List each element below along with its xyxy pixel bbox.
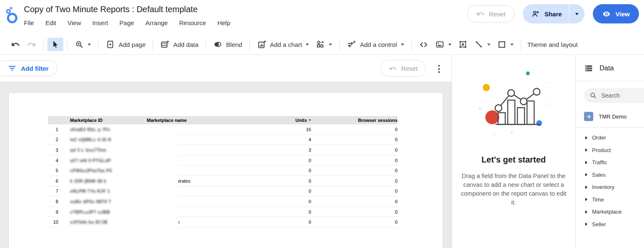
add-filter-button[interactable]: Add filter [0, 60, 57, 76]
marketplace-table[interactable]: Marketplace ID Marketplace name Units Br… [48, 116, 397, 227]
add-page-label: Add page [119, 41, 145, 48]
chevron-right-icon [585, 148, 587, 152]
menu-view[interactable]: View [68, 19, 81, 26]
chevron-down-icon [88, 44, 91, 46]
field-category-label: Product [592, 147, 611, 153]
menu-arrange[interactable]: Arrange [145, 19, 168, 26]
redo-button[interactable] [23, 38, 39, 51]
zoom-tool-button[interactable] [71, 38, 94, 51]
canvas-reset-button[interactable]: Reset [381, 60, 426, 77]
marketplace-id-cell: qd 3 L bxu7Tkm [63, 147, 147, 152]
field-category-inventory[interactable]: Inventory [576, 181, 644, 194]
chevron-down-icon [510, 44, 514, 46]
field-category-order[interactable]: Order [576, 132, 644, 144]
sessions-cell: 0 [311, 158, 397, 163]
insert-image-button[interactable] [432, 38, 455, 51]
eye-icon [602, 10, 611, 18]
menu-help[interactable]: Help [217, 19, 230, 26]
toolbar-divider [521, 39, 521, 50]
add-page-button[interactable]: Add page [102, 38, 149, 51]
theme-and-layout-button[interactable]: Theme and layout [527, 41, 578, 48]
share-button-label: Share [544, 10, 562, 18]
menu-page[interactable]: Page [119, 19, 134, 26]
data-source-name: TMR Demo [599, 114, 626, 120]
blend-button[interactable]: Blend [210, 38, 245, 51]
toolbar-divider [249, 39, 250, 50]
insert-line-button[interactable] [471, 38, 494, 51]
report-title[interactable]: Copy of Two Minute Reports : Default tem… [24, 5, 197, 14]
insert-shape-button[interactable] [494, 38, 517, 51]
masked-id: m2 vQ8BLc 4 tS N [70, 137, 111, 142]
reset-button-label: Reset [489, 10, 505, 18]
toolbar-divider [67, 39, 68, 50]
field-category-sales[interactable]: Sales [576, 169, 644, 181]
undo-icon [476, 10, 485, 18]
share-button[interactable]: Share [523, 4, 569, 23]
col-header-marketplace-id[interactable]: Marketplace ID [63, 118, 147, 123]
units-cell: 0 [231, 178, 311, 183]
toolbar-divider [205, 39, 206, 50]
add-chart-button[interactable]: Add a chart [254, 38, 313, 51]
field-category-marketplace[interactable]: Marketplace [576, 206, 644, 218]
units-cell: 0 [231, 189, 311, 194]
col-header-marketplace-name[interactable]: Marketplace name [147, 118, 231, 123]
looker-studio-logo-icon[interactable] [4, 6, 20, 26]
select-tool-button[interactable] [47, 38, 63, 51]
community-visualizations-button[interactable] [312, 38, 335, 51]
add-control-button[interactable]: Add a control [343, 38, 407, 51]
chevron-right-icon [585, 210, 587, 214]
col-header-units[interactable]: Units [231, 118, 311, 123]
units-header-label: Units [296, 118, 307, 123]
data-source-icon [584, 112, 593, 121]
chevron-right-icon [585, 198, 587, 201]
add-data-button[interactable]: Add data [157, 38, 202, 51]
menu-bar: File Edit View Insert Page Arrange Resou… [24, 19, 230, 26]
data-search-box[interactable] [584, 88, 644, 103]
add-filter-label: Add filter [21, 65, 49, 72]
filter-icon [8, 64, 16, 72]
menu-file[interactable]: File [24, 19, 34, 26]
toolbar-divider [43, 39, 44, 50]
chevron-down-icon [401, 44, 404, 46]
field-category-label: Marketplace [592, 209, 622, 215]
share-dropdown-button[interactable] [569, 4, 584, 23]
masked-id: k 33R jB6M 38 k [70, 178, 106, 183]
menu-edit[interactable]: Edit [45, 19, 56, 26]
sessions-cell: 0 [311, 220, 397, 225]
reset-button[interactable]: Reset [467, 5, 514, 23]
field-category-product[interactable]: Product [576, 144, 644, 157]
marketplace-id-cell: s1P3db bu B7JB [63, 220, 147, 225]
add-data-label: Add data [173, 41, 198, 48]
masked-id: sNLPM 7Ya RJF 1 [70, 189, 110, 194]
insert-text-button[interactable] [455, 38, 471, 51]
data-panel: Data TMR Demo Order [575, 55, 644, 248]
share-split-button: Share [523, 4, 584, 23]
view-button-label: View [615, 10, 630, 18]
chevron-down-icon [448, 44, 452, 46]
units-cell: 16 [231, 127, 311, 132]
sessions-cell: 0 [311, 209, 397, 214]
field-category-time[interactable]: Time [576, 194, 644, 206]
more-options-button[interactable] [437, 64, 441, 74]
field-category-seller[interactable]: Seller [576, 218, 644, 231]
menu-resource[interactable]: Resource [179, 19, 206, 26]
sessions-cell: 0 [311, 199, 397, 204]
filter-bar: Add filter Reset [0, 55, 452, 82]
report-page[interactable]: Marketplace ID Marketplace name Units Br… [9, 93, 443, 248]
toolbar-divider [339, 39, 340, 50]
embed-url-button[interactable] [415, 38, 432, 52]
app-header: Copy of Two Minute Reports : Default tem… [0, 0, 644, 34]
menu-insert[interactable]: Insert [92, 19, 108, 26]
undo-button[interactable] [8, 38, 23, 51]
field-category-traffic[interactable]: Traffic [576, 156, 644, 169]
chevron-down-icon [575, 13, 579, 15]
toolbar-divider [153, 39, 153, 50]
masked-id: vuBx dP5u 98T9 T [70, 199, 111, 204]
col-header-browser-sessions[interactable]: Browser sessions [311, 118, 397, 123]
marketplace-id-cell: xKwB3 RbL q 7Pz [63, 127, 147, 132]
search-input[interactable] [601, 92, 641, 99]
units-cell: 0 [231, 168, 311, 173]
view-button[interactable]: View [593, 4, 639, 23]
data-source-row[interactable]: TMR Demo [576, 112, 644, 128]
units-cell: 4 [231, 137, 311, 142]
